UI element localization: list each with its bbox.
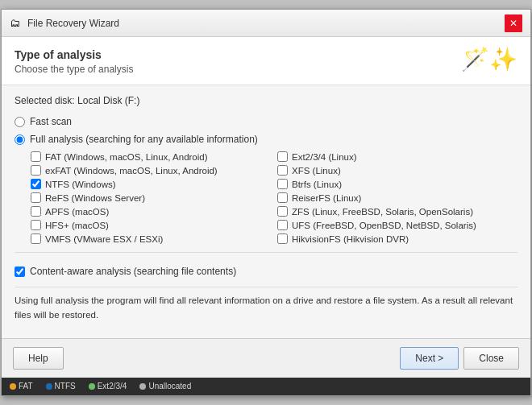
dialog-window: 🗂 File Recovery Wizard ✕ Type of analysi… bbox=[1, 9, 531, 396]
fs-ext234-checkbox[interactable] bbox=[277, 151, 288, 162]
content-area: Selected disk: Local Disk (F:) Fast scan… bbox=[2, 85, 530, 338]
fast-scan-radio[interactable] bbox=[15, 117, 25, 127]
fast-scan-option[interactable]: Fast scan bbox=[15, 116, 517, 127]
fs-btrfs[interactable]: Btrfs (Linux) bbox=[277, 179, 517, 189]
ntfs-indicator bbox=[46, 383, 52, 390]
fs-zfs-checkbox[interactable] bbox=[277, 206, 288, 217]
fs-hfsplus-checkbox[interactable] bbox=[31, 220, 41, 230]
fs-reiserfs-label: ReiserFS (Linux) bbox=[292, 193, 361, 203]
fs-apfs-label: APFS (macOS) bbox=[45, 207, 109, 217]
header-section: Type of analysis Choose the type of anal… bbox=[2, 37, 530, 85]
dialog-title: File Recovery Wizard bbox=[27, 18, 119, 29]
fs-ufs-label: UFS (FreeBSD, OpenBSD, NetBSD, Solaris) bbox=[292, 221, 476, 230]
fs-refs-checkbox[interactable] bbox=[31, 192, 41, 203]
full-analysis-radio[interactable] bbox=[15, 134, 25, 145]
fs-hikvision[interactable]: HikvisionFS (Hikvision DVR) bbox=[277, 233, 517, 244]
fs-apfs-checkbox[interactable] bbox=[31, 206, 41, 217]
selected-disk-label: Selected disk: Local Disk (F:) bbox=[15, 95, 517, 106]
fs-ntfs[interactable]: NTFS (Windows) bbox=[31, 179, 271, 189]
title-bar: 🗂 File Recovery Wizard ✕ bbox=[2, 10, 530, 37]
window-close-button[interactable]: ✕ bbox=[505, 14, 522, 32]
footer: Help Next > Close bbox=[2, 338, 530, 378]
title-bar-left: 🗂 File Recovery Wizard bbox=[10, 17, 119, 30]
taskbar-ext: Ext2/3/4 bbox=[84, 380, 132, 392]
fs-btrfs-checkbox[interactable] bbox=[277, 179, 288, 189]
fs-fat-checkbox[interactable] bbox=[31, 151, 41, 162]
fs-zfs[interactable]: ZFS (Linux, FreeBSD, Solaris, OpenSolari… bbox=[277, 206, 517, 217]
header-title: Type of analysis bbox=[15, 48, 133, 61]
fs-hfsplus-label: HFS+ (macOS) bbox=[45, 221, 109, 230]
fs-exfat-checkbox[interactable] bbox=[31, 165, 41, 176]
fs-reiserfs-checkbox[interactable] bbox=[277, 192, 288, 203]
fs-xfs-checkbox[interactable] bbox=[277, 165, 288, 176]
fat-label: FAT bbox=[19, 382, 33, 391]
next-button[interactable]: Next > bbox=[400, 347, 459, 370]
wizard-icon: 🪄✨ bbox=[461, 48, 517, 71]
ntfs-label: NTFS bbox=[55, 382, 76, 391]
fs-refs-label: ReFS (Windows Server) bbox=[45, 193, 145, 203]
fs-fat[interactable]: FAT (Windows, macOS, Linux, Android) bbox=[31, 151, 271, 162]
fs-ntfs-checkbox[interactable] bbox=[31, 179, 41, 189]
fs-hfsplus[interactable]: HFS+ (macOS) bbox=[31, 220, 271, 230]
content-aware-section: Content-aware analysis (searching file c… bbox=[15, 259, 517, 277]
fs-xfs-label: XFS (Linux) bbox=[292, 166, 341, 176]
taskbar-fat: FAT bbox=[5, 380, 38, 392]
full-analysis-label: Full analysis (searching for any availab… bbox=[30, 134, 258, 145]
taskbar: FAT NTFS Ext2/3/4 Unallocated bbox=[2, 378, 530, 395]
taskbar-ntfs: NTFS bbox=[41, 380, 81, 392]
fs-vmfs[interactable]: VMFS (VMware ESX / ESXi) bbox=[31, 233, 271, 244]
fs-exfat-label: exFAT (Windows, macOS, Linux, Android) bbox=[45, 166, 218, 176]
content-aware-label: Content-aware analysis (searching file c… bbox=[30, 266, 236, 277]
filesystem-grid: FAT (Windows, macOS, Linux, Android) Ext… bbox=[15, 151, 517, 244]
fs-ntfs-label: NTFS (Windows) bbox=[45, 180, 116, 189]
fs-zfs-label: ZFS (Linux, FreeBSD, Solaris, OpenSolari… bbox=[292, 207, 473, 217]
fs-ext234[interactable]: Ext2/3/4 (Linux) bbox=[277, 151, 517, 162]
fs-vmfs-label: VMFS (VMware ESX / ESXi) bbox=[45, 234, 163, 244]
header-subtitle: Choose the type of analysis bbox=[15, 64, 133, 75]
full-analysis-option[interactable]: Full analysis (searching for any availab… bbox=[15, 134, 517, 145]
content-aware-option[interactable]: Content-aware analysis (searching file c… bbox=[15, 266, 517, 277]
header-text: Type of analysis Choose the type of anal… bbox=[15, 48, 133, 75]
fs-hikvision-label: HikvisionFS (Hikvision DVR) bbox=[292, 234, 409, 244]
unallocated-indicator bbox=[139, 383, 146, 390]
fs-refs[interactable]: ReFS (Windows Server) bbox=[31, 192, 271, 203]
full-analysis-section: Full analysis (searching for any availab… bbox=[15, 134, 517, 244]
fast-scan-label: Fast scan bbox=[30, 116, 72, 127]
ext-label: Ext2/3/4 bbox=[98, 382, 127, 391]
footer-right-buttons: Next > Close bbox=[400, 347, 519, 370]
fs-apfs[interactable]: APFS (macOS) bbox=[31, 206, 271, 217]
app-icon: 🗂 bbox=[10, 17, 23, 30]
fs-ufs-checkbox[interactable] bbox=[277, 220, 288, 230]
fs-exfat[interactable]: exFAT (Windows, macOS, Linux, Android) bbox=[31, 165, 271, 176]
fs-btrfs-label: Btrfs (Linux) bbox=[292, 180, 342, 189]
ext-indicator bbox=[89, 383, 95, 390]
fs-ext234-label: Ext2/3/4 (Linux) bbox=[292, 152, 357, 162]
content-aware-checkbox[interactable] bbox=[15, 267, 25, 277]
fs-ufs[interactable]: UFS (FreeBSD, OpenBSD, NetBSD, Solaris) bbox=[277, 220, 517, 230]
fs-fat-label: FAT (Windows, macOS, Linux, Android) bbox=[45, 152, 208, 162]
info-text: Using full analysis the program will fin… bbox=[15, 287, 517, 329]
unallocated-label: Unallocated bbox=[148, 382, 191, 391]
fs-vmfs-checkbox[interactable] bbox=[31, 233, 41, 244]
fat-indicator bbox=[10, 383, 16, 390]
fs-xfs[interactable]: XFS (Linux) bbox=[277, 165, 517, 176]
close-button[interactable]: Close bbox=[463, 347, 519, 370]
taskbar-unallocated: Unallocated bbox=[135, 380, 196, 392]
fs-hikvision-checkbox[interactable] bbox=[277, 233, 288, 244]
fs-reiserfs[interactable]: ReiserFS (Linux) bbox=[277, 192, 517, 203]
help-button[interactable]: Help bbox=[13, 347, 64, 370]
divider bbox=[15, 252, 517, 253]
